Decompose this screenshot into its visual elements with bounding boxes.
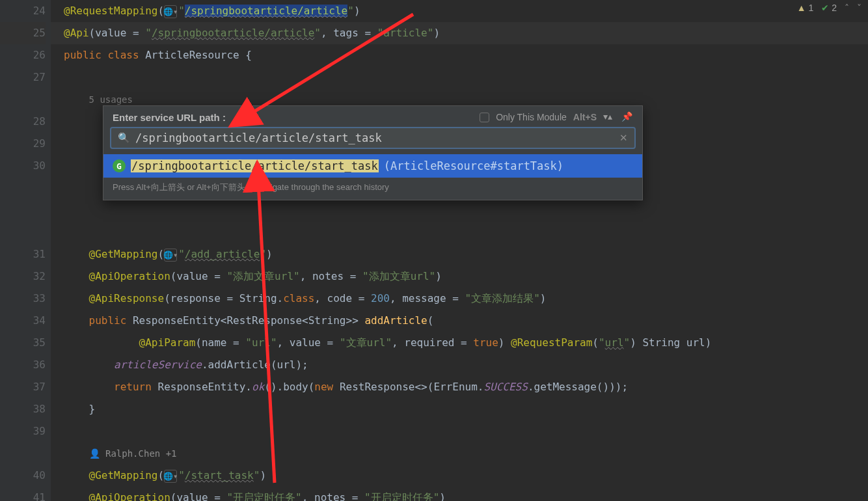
gutter: 24 25 26 27 28 29 30 31 32 33 34 35 36 3… — [0, 0, 51, 501]
globe-icon[interactable]: 🌐▾ — [164, 249, 177, 262]
warning-count: 1 — [809, 3, 814, 13]
code-line[interactable]: } — [51, 398, 868, 420]
get-mapping-path: /start_task — [185, 469, 254, 481]
method-name: addArticle — [364, 314, 427, 327]
request-mapping-path: /springbootarticle/article — [185, 5, 347, 17]
line-number — [0, 442, 46, 465]
api-op-value: 添加文章url — [233, 270, 293, 282]
globe-icon[interactable]: 🌐▾ — [164, 5, 177, 18]
usages-hint[interactable]: 5 usages — [89, 94, 133, 105]
code-line[interactable] — [51, 199, 868, 221]
enum-const: SUCCESS — [483, 381, 527, 393]
method-call: body — [283, 381, 308, 393]
api-resp-msg: 文章添加结果 — [471, 292, 534, 305]
apiparam-name: url — [252, 336, 271, 349]
line-number: 24 — [0, 0, 46, 22]
api-op-value: 开启定时任务 — [233, 491, 295, 501]
ctor: RestResponse — [340, 381, 415, 393]
clear-icon[interactable]: ✕ — [619, 132, 628, 144]
code-line[interactable]: @RequestMapping(🌐▾"/springbootarticle/ar… — [51, 0, 868, 22]
class-name: ArticleResource — [145, 49, 239, 61]
popup-header: Enter service URL path : Only This Modul… — [103, 106, 642, 127]
api-op-notes: 开启定时任务 — [371, 491, 433, 501]
arg: url — [277, 359, 296, 371]
line-number: 39 — [0, 420, 46, 442]
code-area[interactable]: @RequestMapping(🌐▾"/springbootarticle/ar… — [51, 0, 868, 501]
request-param: url — [605, 336, 624, 349]
search-box: 🔍 ✕ — [110, 127, 636, 149]
shortcut-hint: Alt+S — [573, 112, 597, 122]
code-line[interactable] — [51, 66, 868, 88]
line-number: 40 — [0, 465, 46, 487]
line-number: 32 — [0, 265, 46, 288]
pin-icon[interactable]: 📌 — [621, 111, 633, 123]
code-line[interactable]: @Api(value = "/springbootarticle/article… — [51, 22, 868, 44]
code-line[interactable]: @ApiParam(name = "url", value = "文章url",… — [51, 332, 868, 354]
code-line[interactable]: @ApiResponse(response = String.class, co… — [51, 288, 868, 310]
search-icon: 🔍 — [118, 132, 130, 144]
ok-count: 2 — [832, 3, 837, 13]
field-ref: articleService — [114, 359, 202, 371]
line-number: 30 — [0, 155, 46, 177]
line-number: 38 — [0, 398, 46, 420]
code-line[interactable]: return ResponseEntity.ok().body(new Rest… — [51, 376, 868, 398]
get-mapping-path: /add_article — [185, 248, 260, 260]
api-tags: article — [383, 27, 427, 39]
line-number — [0, 199, 46, 221]
popup-title: Enter service URL path : — [113, 112, 226, 123]
author-hint[interactable]: Ralph.Chen +1 — [105, 448, 177, 459]
line-number: 34 — [0, 310, 46, 332]
code-line[interactable]: public class ArticleResource { — [51, 44, 868, 66]
line-number: 33 — [0, 288, 46, 310]
line-number — [0, 221, 46, 243]
url-path-input[interactable] — [135, 131, 614, 144]
code-line[interactable]: 👤 Ralph.Chen +1 — [51, 442, 868, 465]
only-this-module-checkbox[interactable] — [480, 113, 489, 122]
filter-icon[interactable]: ▾▴ — [603, 111, 615, 123]
code-line[interactable] — [51, 420, 868, 442]
enum-ref: ErrEnum — [433, 381, 477, 393]
line-number — [0, 88, 46, 111]
inspection-status: ▲ 1 ✔ 2 ˄ ˅ — [797, 3, 861, 13]
line-number: 28 — [0, 111, 46, 133]
code-line[interactable]: @ApiOperation(value = "开启定时任务", notes = … — [51, 487, 868, 501]
line-number: 27 — [0, 66, 46, 88]
code-line[interactable]: @GetMapping(🌐▾"/start_task") — [51, 465, 868, 487]
search-service-popup: Enter service URL path : Only This Modul… — [103, 105, 643, 200]
result-path: /springbootarticle/article/start_task — [131, 159, 379, 172]
only-this-module-label: Only This Module — [496, 112, 567, 122]
line-number — [0, 177, 46, 199]
line-number: 36 — [0, 354, 46, 376]
api-resp-code: 200 — [371, 292, 390, 305]
method-call: getMessage — [534, 381, 597, 393]
apiparam-value: 文章url — [346, 336, 386, 349]
code-line[interactable]: @GetMapping(🌐▾"/add_article") — [51, 243, 868, 265]
line-number: 25 — [0, 22, 46, 44]
api-op-notes: 添加文章url — [369, 270, 429, 282]
search-result-row[interactable]: G /springbootarticle/article/start_task … — [103, 154, 642, 178]
code-line[interactable]: @ApiOperation(value = "添加文章url", notes =… — [51, 265, 868, 288]
api-value: /springbootarticle/article — [152, 27, 314, 39]
warning-icon[interactable]: ▲ 1 — [797, 3, 814, 13]
line-number: 31 — [0, 243, 46, 265]
return-type: ResponseEntity — [133, 314, 221, 327]
inner-type: RestResponse — [226, 314, 302, 327]
method-call: addArticle — [208, 359, 271, 371]
chevron-up-icon[interactable]: ˄ — [845, 3, 849, 13]
code-editor[interactable]: 24 25 26 27 28 29 30 31 32 33 34 35 36 3… — [0, 0, 868, 501]
popup-footer-hint: Press Alt+向上箭头 or Alt+向下箭头 to navigate t… — [103, 178, 642, 200]
result-meta: (ArticleResource#startTask) — [384, 159, 563, 172]
code-line[interactable] — [51, 221, 868, 243]
code-line[interactable]: public ResponseEntity<RestResponse<Strin… — [51, 310, 868, 332]
line-number: 35 — [0, 332, 46, 354]
line-number: 37 — [0, 376, 46, 398]
ok-icon[interactable]: ✔ 2 — [821, 3, 837, 13]
chevron-down-icon[interactable]: ˅ — [857, 3, 861, 13]
line-number: 29 — [0, 133, 46, 155]
line-number: 41 — [0, 487, 46, 501]
type-arg: String — [308, 314, 346, 327]
code-line[interactable]: articleService.addArticle(url); — [51, 354, 868, 376]
get-method-badge: G — [113, 159, 126, 172]
globe-icon[interactable]: 🌐▾ — [164, 470, 177, 483]
line-number: 26 — [0, 44, 46, 66]
